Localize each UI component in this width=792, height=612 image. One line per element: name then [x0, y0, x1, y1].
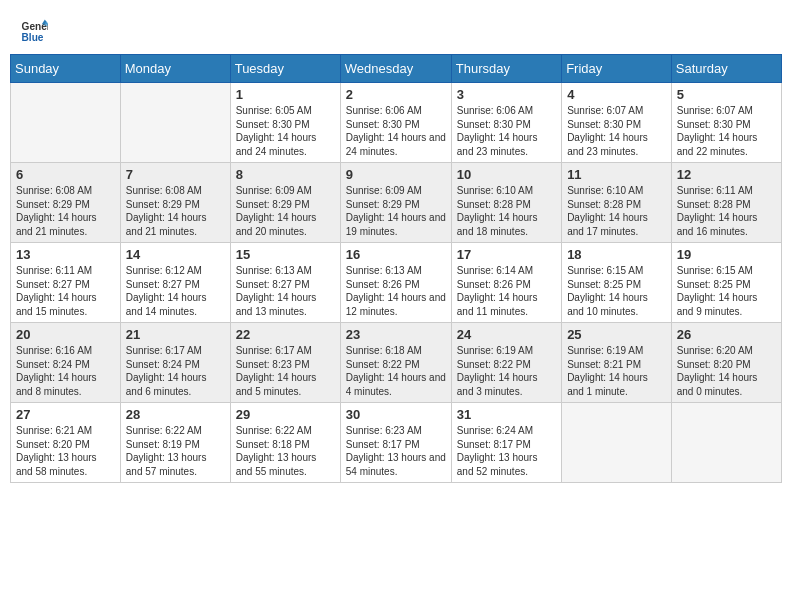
- calendar-cell: 9Sunrise: 6:09 AM Sunset: 8:29 PM Daylig…: [340, 163, 451, 243]
- day-info: Sunrise: 6:22 AM Sunset: 8:19 PM Dayligh…: [126, 424, 225, 478]
- day-info: Sunrise: 6:24 AM Sunset: 8:17 PM Dayligh…: [457, 424, 556, 478]
- day-number: 24: [457, 327, 556, 342]
- weekday-sunday: Sunday: [11, 55, 121, 83]
- calendar-cell: 28Sunrise: 6:22 AM Sunset: 8:19 PM Dayli…: [120, 403, 230, 483]
- day-info: Sunrise: 6:10 AM Sunset: 8:28 PM Dayligh…: [567, 184, 666, 238]
- weekday-monday: Monday: [120, 55, 230, 83]
- calendar-cell: 14Sunrise: 6:12 AM Sunset: 8:27 PM Dayli…: [120, 243, 230, 323]
- calendar-table: SundayMondayTuesdayWednesdayThursdayFrid…: [10, 54, 782, 483]
- calendar-cell: 31Sunrise: 6:24 AM Sunset: 8:17 PM Dayli…: [451, 403, 561, 483]
- day-number: 16: [346, 247, 446, 262]
- day-number: 15: [236, 247, 335, 262]
- calendar-cell: 3Sunrise: 6:06 AM Sunset: 8:30 PM Daylig…: [451, 83, 561, 163]
- day-number: 19: [677, 247, 776, 262]
- calendar-cell: 10Sunrise: 6:10 AM Sunset: 8:28 PM Dayli…: [451, 163, 561, 243]
- week-row-3: 13Sunrise: 6:11 AM Sunset: 8:27 PM Dayli…: [11, 243, 782, 323]
- day-info: Sunrise: 6:19 AM Sunset: 8:22 PM Dayligh…: [457, 344, 556, 398]
- day-info: Sunrise: 6:06 AM Sunset: 8:30 PM Dayligh…: [346, 104, 446, 158]
- calendar-cell: 21Sunrise: 6:17 AM Sunset: 8:24 PM Dayli…: [120, 323, 230, 403]
- day-info: Sunrise: 6:09 AM Sunset: 8:29 PM Dayligh…: [236, 184, 335, 238]
- calendar-cell: 22Sunrise: 6:17 AM Sunset: 8:23 PM Dayli…: [230, 323, 340, 403]
- weekday-wednesday: Wednesday: [340, 55, 451, 83]
- day-info: Sunrise: 6:13 AM Sunset: 8:27 PM Dayligh…: [236, 264, 335, 318]
- calendar-cell: 6Sunrise: 6:08 AM Sunset: 8:29 PM Daylig…: [11, 163, 121, 243]
- day-number: 4: [567, 87, 666, 102]
- day-info: Sunrise: 6:11 AM Sunset: 8:27 PM Dayligh…: [16, 264, 115, 318]
- logo: General Blue: [20, 18, 48, 46]
- calendar-cell: 4Sunrise: 6:07 AM Sunset: 8:30 PM Daylig…: [562, 83, 672, 163]
- calendar-cell: 8Sunrise: 6:09 AM Sunset: 8:29 PM Daylig…: [230, 163, 340, 243]
- day-number: 12: [677, 167, 776, 182]
- day-number: 22: [236, 327, 335, 342]
- day-number: 3: [457, 87, 556, 102]
- calendar-cell: 30Sunrise: 6:23 AM Sunset: 8:17 PM Dayli…: [340, 403, 451, 483]
- weekday-header-row: SundayMondayTuesdayWednesdayThursdayFrid…: [11, 55, 782, 83]
- calendar-cell: 15Sunrise: 6:13 AM Sunset: 8:27 PM Dayli…: [230, 243, 340, 323]
- day-info: Sunrise: 6:12 AM Sunset: 8:27 PM Dayligh…: [126, 264, 225, 318]
- day-info: Sunrise: 6:17 AM Sunset: 8:24 PM Dayligh…: [126, 344, 225, 398]
- day-number: 18: [567, 247, 666, 262]
- day-info: Sunrise: 6:10 AM Sunset: 8:28 PM Dayligh…: [457, 184, 556, 238]
- calendar-cell: [11, 83, 121, 163]
- day-number: 14: [126, 247, 225, 262]
- day-number: 17: [457, 247, 556, 262]
- calendar-cell: 29Sunrise: 6:22 AM Sunset: 8:18 PM Dayli…: [230, 403, 340, 483]
- calendar-cell: [120, 83, 230, 163]
- day-info: Sunrise: 6:13 AM Sunset: 8:26 PM Dayligh…: [346, 264, 446, 318]
- calendar-cell: 11Sunrise: 6:10 AM Sunset: 8:28 PM Dayli…: [562, 163, 672, 243]
- day-info: Sunrise: 6:08 AM Sunset: 8:29 PM Dayligh…: [126, 184, 225, 238]
- day-info: Sunrise: 6:23 AM Sunset: 8:17 PM Dayligh…: [346, 424, 446, 478]
- calendar-cell: 18Sunrise: 6:15 AM Sunset: 8:25 PM Dayli…: [562, 243, 672, 323]
- calendar-cell: 2Sunrise: 6:06 AM Sunset: 8:30 PM Daylig…: [340, 83, 451, 163]
- day-number: 25: [567, 327, 666, 342]
- weekday-friday: Friday: [562, 55, 672, 83]
- weekday-thursday: Thursday: [451, 55, 561, 83]
- day-info: Sunrise: 6:22 AM Sunset: 8:18 PM Dayligh…: [236, 424, 335, 478]
- calendar-cell: 26Sunrise: 6:20 AM Sunset: 8:20 PM Dayli…: [671, 323, 781, 403]
- day-number: 2: [346, 87, 446, 102]
- day-info: Sunrise: 6:09 AM Sunset: 8:29 PM Dayligh…: [346, 184, 446, 238]
- day-info: Sunrise: 6:15 AM Sunset: 8:25 PM Dayligh…: [567, 264, 666, 318]
- day-number: 20: [16, 327, 115, 342]
- calendar-cell: [671, 403, 781, 483]
- week-row-5: 27Sunrise: 6:21 AM Sunset: 8:20 PM Dayli…: [11, 403, 782, 483]
- svg-text:Blue: Blue: [22, 32, 44, 43]
- day-info: Sunrise: 6:20 AM Sunset: 8:20 PM Dayligh…: [677, 344, 776, 398]
- calendar-cell: 12Sunrise: 6:11 AM Sunset: 8:28 PM Dayli…: [671, 163, 781, 243]
- weekday-saturday: Saturday: [671, 55, 781, 83]
- day-number: 29: [236, 407, 335, 422]
- day-number: 26: [677, 327, 776, 342]
- day-info: Sunrise: 6:07 AM Sunset: 8:30 PM Dayligh…: [567, 104, 666, 158]
- weekday-tuesday: Tuesday: [230, 55, 340, 83]
- calendar-cell: 19Sunrise: 6:15 AM Sunset: 8:25 PM Dayli…: [671, 243, 781, 323]
- calendar-cell: 23Sunrise: 6:18 AM Sunset: 8:22 PM Dayli…: [340, 323, 451, 403]
- day-number: 21: [126, 327, 225, 342]
- day-number: 30: [346, 407, 446, 422]
- logo-icon: General Blue: [20, 18, 48, 46]
- day-number: 27: [16, 407, 115, 422]
- header: General Blue: [10, 10, 782, 50]
- calendar-cell: 17Sunrise: 6:14 AM Sunset: 8:26 PM Dayli…: [451, 243, 561, 323]
- calendar-cell: 16Sunrise: 6:13 AM Sunset: 8:26 PM Dayli…: [340, 243, 451, 323]
- day-info: Sunrise: 6:07 AM Sunset: 8:30 PM Dayligh…: [677, 104, 776, 158]
- calendar-cell: 27Sunrise: 6:21 AM Sunset: 8:20 PM Dayli…: [11, 403, 121, 483]
- day-number: 1: [236, 87, 335, 102]
- day-number: 23: [346, 327, 446, 342]
- day-info: Sunrise: 6:08 AM Sunset: 8:29 PM Dayligh…: [16, 184, 115, 238]
- day-number: 11: [567, 167, 666, 182]
- calendar-cell: 24Sunrise: 6:19 AM Sunset: 8:22 PM Dayli…: [451, 323, 561, 403]
- day-info: Sunrise: 6:15 AM Sunset: 8:25 PM Dayligh…: [677, 264, 776, 318]
- week-row-4: 20Sunrise: 6:16 AM Sunset: 8:24 PM Dayli…: [11, 323, 782, 403]
- day-number: 5: [677, 87, 776, 102]
- day-number: 9: [346, 167, 446, 182]
- calendar-cell: 5Sunrise: 6:07 AM Sunset: 8:30 PM Daylig…: [671, 83, 781, 163]
- calendar-cell: 1Sunrise: 6:05 AM Sunset: 8:30 PM Daylig…: [230, 83, 340, 163]
- day-info: Sunrise: 6:16 AM Sunset: 8:24 PM Dayligh…: [16, 344, 115, 398]
- day-info: Sunrise: 6:11 AM Sunset: 8:28 PM Dayligh…: [677, 184, 776, 238]
- day-info: Sunrise: 6:05 AM Sunset: 8:30 PM Dayligh…: [236, 104, 335, 158]
- day-info: Sunrise: 6:17 AM Sunset: 8:23 PM Dayligh…: [236, 344, 335, 398]
- day-number: 28: [126, 407, 225, 422]
- week-row-1: 1Sunrise: 6:05 AM Sunset: 8:30 PM Daylig…: [11, 83, 782, 163]
- week-row-2: 6Sunrise: 6:08 AM Sunset: 8:29 PM Daylig…: [11, 163, 782, 243]
- day-number: 13: [16, 247, 115, 262]
